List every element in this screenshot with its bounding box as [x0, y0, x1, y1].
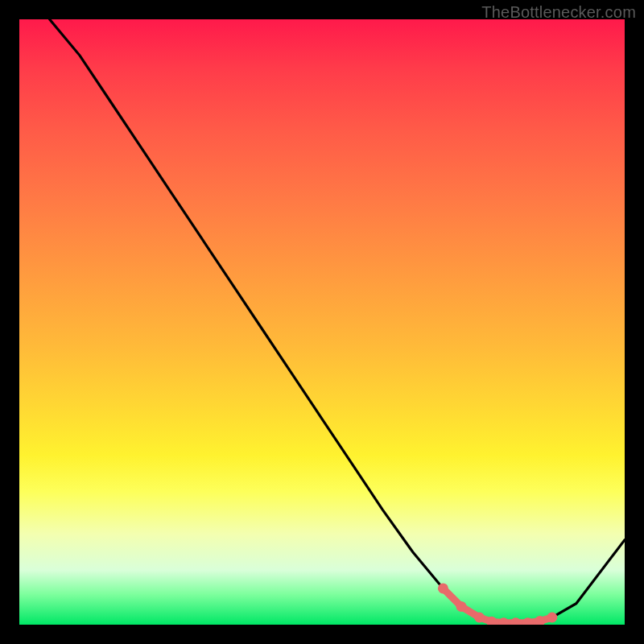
chart-frame: TheBottlenecker.com — [0, 0, 644, 644]
highlight-marker — [438, 583, 448, 593]
bottleneck-curve — [50, 19, 625, 623]
highlight-marker — [456, 601, 467, 612]
highlight-marker — [510, 617, 521, 625]
highlight-marker — [474, 613, 485, 623]
highlight-marker — [547, 613, 557, 623]
watermark-text: TheBottlenecker.com — [481, 3, 636, 22]
highlight-marker — [498, 617, 509, 625]
curve-overlay — [19, 19, 625, 625]
